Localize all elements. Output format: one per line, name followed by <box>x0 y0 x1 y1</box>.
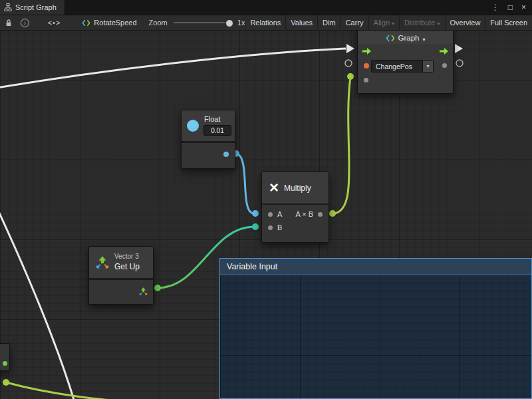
float-node[interactable]: Float <box>181 110 235 169</box>
chevron-down-icon: ▾ <box>422 37 425 43</box>
vector3-get-up-node[interactable]: Vector 3 Get Up <box>88 246 154 305</box>
graph-asset-icon <box>82 19 90 27</box>
multiply-node-ports: A A × B B <box>262 205 329 242</box>
variable-select-value: ChangePos <box>372 61 422 72</box>
script-graph-window: Variable Input Float <box>0 0 532 399</box>
zoom-label: Zoom <box>149 19 168 27</box>
event-variable-row: ChangePos ▼ <box>358 59 453 73</box>
chevron-down-icon: ▾ <box>438 21 440 27</box>
float-node-title: Float <box>204 115 220 123</box>
relations-button[interactable]: Relations <box>245 15 285 30</box>
event-node-title: Graph <box>398 34 420 42</box>
multiply-node-title: Multiply <box>284 184 311 193</box>
window-titlebar: Script Graph ⋮ □ × <box>0 0 532 15</box>
graph-asset-label: RotateSpeed <box>94 19 136 27</box>
flow-out-arrow-icon[interactable] <box>440 48 448 55</box>
dropdown-arrow-icon[interactable]: ▼ <box>422 61 433 72</box>
multiply-output-label: A × B <box>295 210 313 218</box>
event-graph-node[interactable]: Graph ▾ ChangePos ▼ <box>357 24 454 94</box>
chevron-down-icon: ▾ <box>392 21 394 27</box>
float-type-icon <box>187 120 199 132</box>
dim-button[interactable]: Dim <box>317 15 340 30</box>
multiply-b-label: B <box>277 223 282 231</box>
script-graph-tab-icon <box>4 3 12 11</box>
flow-in-arrow-icon[interactable] <box>362 48 371 55</box>
multiply-node[interactable]: × Multiply A A × B B <box>261 172 329 243</box>
multiply-icon: × <box>269 180 279 196</box>
getup-node-header: Vector 3 Get Up <box>89 247 153 280</box>
getup-node-ports <box>89 280 153 304</box>
variable-input-group[interactable]: Variable Input <box>219 258 532 399</box>
multiply-b-port[interactable] <box>268 225 273 230</box>
maximize-icon[interactable]: □ <box>508 3 513 11</box>
event-flow-row <box>358 44 453 59</box>
multiply-a-label: A <box>277 210 282 218</box>
variable-target-port[interactable] <box>364 63 369 68</box>
event-value-out-port[interactable] <box>442 63 447 68</box>
graph-inspector-icon[interactable]: <•> <box>48 19 61 27</box>
overview-button[interactable]: Overview <box>445 15 485 30</box>
zoom-slider-knob[interactable] <box>225 19 233 27</box>
graph-toolbar: i <•> RotateSpeed Zoom 1x Relations Valu… <box>0 15 532 31</box>
offscreen-node-port[interactable] <box>3 361 7 366</box>
close-icon[interactable]: × <box>521 3 526 11</box>
tab-label: Script Graph <box>15 3 57 11</box>
float-value-input[interactable] <box>203 125 231 136</box>
zoom-value: 1x <box>237 19 245 27</box>
align-button[interactable]: Align▾ <box>368 15 399 30</box>
carry-button[interactable]: Carry <box>340 15 368 30</box>
getup-type-label: Vector 3 <box>114 253 139 260</box>
zoom-slider[interactable] <box>174 22 233 23</box>
toolbar-buttons: Relations Values Dim Carry Align▾ Distri… <box>245 15 532 30</box>
multiply-a-port[interactable] <box>268 212 273 217</box>
offscreen-node-sliver[interactable] <box>0 343 10 371</box>
multiply-output-port[interactable] <box>318 212 323 217</box>
distribute-button[interactable]: Distribute▾ <box>399 15 444 30</box>
graph-asset-name[interactable]: RotateSpeed <box>82 19 136 27</box>
multiply-row-b: B <box>262 221 329 234</box>
getup-node-title: Get Up <box>114 262 140 271</box>
info-icon[interactable]: i <box>20 19 31 27</box>
fullscreen-button[interactable]: Full Screen <box>485 15 532 30</box>
group-body[interactable] <box>220 275 531 398</box>
lock-icon[interactable] <box>3 19 14 27</box>
getup-output-port[interactable] <box>138 287 148 299</box>
float-output-port[interactable] <box>223 152 229 157</box>
script-graph-icon <box>386 35 395 42</box>
vector3-axes-icon <box>94 255 110 273</box>
multiply-node-header: × Multiply <box>262 172 329 205</box>
window-controls: ⋮ □ × <box>491 3 532 11</box>
tab-script-graph[interactable]: Script Graph <box>0 0 65 15</box>
values-button[interactable]: Values <box>285 15 317 30</box>
group-title[interactable]: Variable Input <box>220 259 531 275</box>
variable-select[interactable]: ChangePos ▼ <box>371 60 434 72</box>
event-input-row <box>358 73 453 88</box>
window-menu-icon[interactable]: ⋮ <box>491 3 499 11</box>
float-node-header: Float <box>182 110 235 143</box>
float-node-ports <box>182 143 235 168</box>
event-value-in-port[interactable] <box>364 78 368 82</box>
multiply-row-a: A A × B <box>262 207 329 221</box>
